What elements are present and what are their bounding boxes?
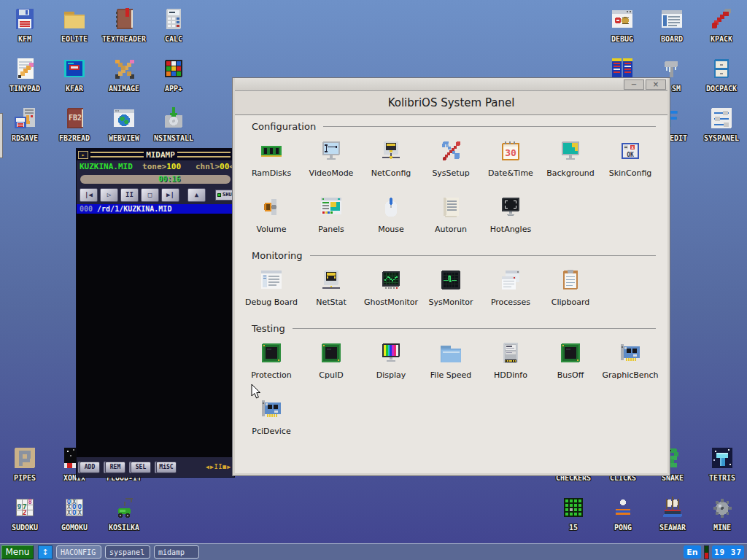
midamp-menu-icon[interactable]: ▸ <box>78 151 88 159</box>
task-button-haconfig[interactable]: HACONFIG <box>56 545 101 559</box>
panel-item-date-time[interactable]: 30Date&Time <box>481 133 541 190</box>
panel-item-background[interactable]: Background <box>541 133 600 190</box>
desktop-icon-mine[interactable]: MINE <box>697 496 747 544</box>
desktop-icon-app[interactable]: APP+ <box>149 57 198 105</box>
progress-bar[interactable]: 00:16 <box>80 175 231 184</box>
system-panel-window[interactable]: − × KolibriOS System Panel Configuration… <box>233 78 670 475</box>
mini-transport-icons[interactable]: ◀▶II■▶ <box>206 464 231 470</box>
shuffle-button[interactable]: SHUFFLE <box>215 190 235 201</box>
channel-value: 00 <box>220 162 229 171</box>
panel-item-mouse[interactable]: Mouse <box>361 190 421 246</box>
desktop-icon-board[interactable]: BOARD <box>647 7 697 55</box>
playlist-selected-row[interactable]: 000 /rd/1/KUZKINA.MID <box>77 204 234 214</box>
desktop-icon-kpack[interactable]: KPACK <box>697 7 746 55</box>
install-icon <box>162 106 185 131</box>
task-button-syspanel[interactable]: syspanel <box>105 545 150 559</box>
panel-item-pcidevice[interactable]: PciDevice <box>241 392 301 448</box>
desktop-icon-pipes[interactable]: PIPES <box>0 446 50 494</box>
panel-item-graphicbench[interactable]: GraphicBench <box>600 335 660 392</box>
desktop-icon-label: TETRIS <box>697 474 747 482</box>
desktop-icon-docpack[interactable]: DOCPACK <box>697 57 746 105</box>
cube-icon <box>162 57 185 82</box>
svg-text:9: 9 <box>18 503 21 510</box>
panel-item-hddinfo[interactable]: HDDinfo <box>481 335 541 392</box>
desktop-icon-label: SYSPANEL <box>697 134 746 142</box>
add-button[interactable]: ADD <box>80 462 100 473</box>
next-button[interactable]: ▶| <box>161 188 179 202</box>
clock[interactable]: 19 37 <box>712 545 744 559</box>
panel-item-file-speed[interactable]: File Speed <box>421 335 481 392</box>
desktop-icon-gomoku[interactable]: OXXOOXOXGOMOKU <box>50 496 99 544</box>
panel-item-busoff[interactable]: BusOff <box>541 335 600 392</box>
panel-item-label: CpuID <box>301 370 361 380</box>
kfar-icon <box>63 57 86 82</box>
panel-item-processes[interactable]: Processes <box>481 262 541 319</box>
desktop-icon-pong[interactable]: PONG <box>598 496 648 544</box>
cpu-usage-indicator[interactable] <box>704 545 709 559</box>
kpack-icon <box>710 7 733 32</box>
pause-button[interactable]: II <box>120 188 139 202</box>
desktop-icon-sudoku[interactable]: 8972SUDOKU <box>0 496 50 544</box>
desktop-icon-syspanel[interactable]: SYSPANEL <box>697 106 746 155</box>
minimize-button[interactable]: − <box>624 79 644 90</box>
sel-button[interactable]: SEL <box>131 462 151 473</box>
desktop-icon-kfar[interactable]: KFAR <box>50 57 99 105</box>
task-button-midamp[interactable]: midamp <box>154 545 199 559</box>
panel-item-label: Panels <box>301 225 361 234</box>
midamp-titlebar[interactable]: ▸ MIDAMP <box>77 149 234 160</box>
desktop-icon-debug[interactable]: DEBUG <box>597 7 647 55</box>
sudoku-icon: 8972 <box>13 496 36 521</box>
ghostmon-icon <box>361 268 421 295</box>
close-button[interactable]: × <box>646 79 666 90</box>
panel-item-panels[interactable]: Panels <box>301 190 361 246</box>
desktop-icon-kosilka[interactable]: KOSILKA <box>99 496 149 544</box>
panel-item-hotangles[interactable]: HotAngles <box>481 190 541 246</box>
panel-item-netstat[interactable]: NetStat <box>301 262 361 319</box>
panel-item-cpuid[interactable]: CpuID <box>301 335 361 392</box>
desktop-icon-textreader[interactable]: TEXTREADER <box>99 7 149 55</box>
desktop-icon-tinypad[interactable]: TINYPAD <box>0 57 50 105</box>
panel-item-display[interactable]: Display <box>361 335 421 392</box>
section-title: Testing <box>252 323 657 334</box>
panel-item-videomode[interactable]: VideoMode <box>301 133 361 190</box>
pipes-icon <box>13 446 36 471</box>
midamp-window[interactable]: ▸ MIDAMP KUZKINA.MID tone>100 chnl>00<tr… <box>76 148 235 478</box>
playlist-area[interactable] <box>77 214 234 457</box>
panel-item-ramdisks[interactable]: RamDisks <box>241 133 301 190</box>
desktop-icon-tetris[interactable]: TETRIS <box>697 446 747 494</box>
panel-item-volume[interactable]: Volume <box>241 190 301 246</box>
menu-button[interactable]: Menu <box>1 545 34 559</box>
desktop-icon-animage[interactable]: ANIMAGE <box>99 57 149 105</box>
panel-item-ghostmonitor[interactable]: GhostMonitor <box>361 262 421 319</box>
window-titlebar[interactable]: − × <box>235 78 667 91</box>
panel-item-debug-board[interactable]: Debug Board <box>241 262 301 319</box>
panel-item-label: Autorun <box>421 225 481 234</box>
rem-button[interactable]: REM <box>105 462 125 473</box>
desktop-icon-seawar[interactable]: SEAWAR <box>648 496 697 544</box>
stop-button[interactable]: □ <box>141 188 159 202</box>
panel-item-syssetup[interactable]: SysSetup <box>421 133 481 190</box>
desktop-icon-calc[interactable]: CALC <box>149 7 198 55</box>
language-indicator[interactable]: En <box>684 545 701 559</box>
window-list-button[interactable]: ↕ <box>38 545 53 559</box>
desktop-icon-label: GOMOKU <box>50 524 99 532</box>
misc-button[interactable]: MiSC <box>156 462 177 473</box>
prev-button[interactable]: |◀ <box>80 188 98 202</box>
desktop-icon-label: CALC <box>149 35 198 43</box>
playlist-path: /rd/1/KUZKINA.MID <box>97 205 171 213</box>
desktop-icon-15[interactable]: 15 <box>549 496 598 544</box>
panel-item-skinconfig[interactable]: xOKSkinConfig <box>600 133 660 190</box>
section-rule <box>323 126 656 127</box>
panel-item-sysmonitor[interactable]: SysMonitor <box>421 262 481 319</box>
panel-item-netconfig[interactable]: NetConfig <box>361 133 421 190</box>
tone-value: 100 <box>166 162 181 171</box>
desktop-icon-kfm[interactable]: KFM <box>0 7 50 55</box>
desktop-icon-rdsave[interactable]: RDSAVE <box>0 106 50 155</box>
panel-item-clipboard[interactable]: Clipboard <box>541 262 600 319</box>
play-button[interactable]: ▷ <box>100 188 118 202</box>
panel-item-protection[interactable]: Protection <box>241 335 301 392</box>
desktop-icon-eolite[interactable]: EOLITE <box>50 7 99 55</box>
eject-button[interactable]: ▲ <box>187 188 206 202</box>
svg-text:OK: OK <box>627 152 634 158</box>
panel-item-autorun[interactable]: Autorun <box>421 190 481 246</box>
